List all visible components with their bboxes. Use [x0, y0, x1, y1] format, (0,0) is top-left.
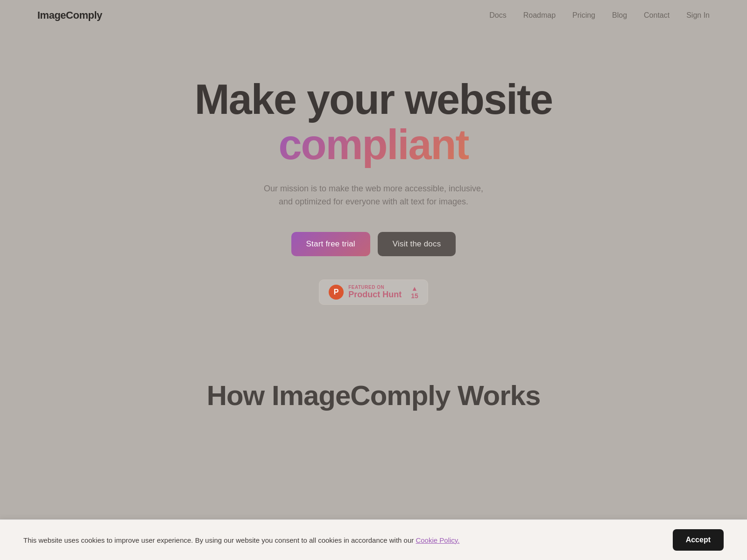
product-hunt-votes: ▲ 15	[411, 285, 418, 300]
upvote-arrow-icon: ▲	[411, 285, 418, 292]
visit-docs-button[interactable]: Visit the docs	[378, 232, 456, 256]
hero-title-accent: compliant	[278, 121, 468, 168]
blog-link[interactable]: Blog	[612, 11, 627, 20]
product-hunt-text: FEATURED ON Product Hunt	[348, 285, 402, 300]
product-hunt-name: Product Hunt	[348, 290, 402, 300]
navbar: ImageComply Docs Roadmap Pricing Blog Co…	[0, 0, 747, 31]
hero-section: Make your website compliant Our mission …	[0, 31, 747, 342]
product-hunt-badge[interactable]: P FEATURED ON Product Hunt ▲ 15	[319, 280, 428, 305]
how-section: How ImageComply Works	[0, 342, 747, 430]
pricing-link[interactable]: Pricing	[572, 11, 595, 20]
nav-links: Docs Roadmap Pricing Blog Contact Sign I…	[489, 11, 710, 20]
hero-buttons: Start free trial Visit the docs	[291, 232, 456, 256]
cookie-banner: This website uses cookies to improve use…	[0, 519, 747, 560]
roadmap-link[interactable]: Roadmap	[523, 11, 556, 20]
contact-link[interactable]: Contact	[644, 11, 669, 20]
hero-title: Make your website compliant	[195, 77, 552, 168]
start-free-trial-button[interactable]: Start free trial	[291, 232, 370, 256]
cookie-message: This website uses cookies to improve use…	[23, 536, 659, 544]
product-hunt-logo: P	[329, 285, 344, 300]
cookie-policy-link[interactable]: Cookie Policy.	[416, 536, 459, 544]
how-title: How ImageComply Works	[19, 379, 728, 412]
docs-link[interactable]: Docs	[489, 11, 506, 20]
signin-link[interactable]: Sign In	[686, 11, 710, 20]
product-hunt-featured-label: FEATURED ON	[348, 285, 384, 290]
product-hunt-vote-count: 15	[411, 292, 418, 300]
hero-subtitle: Our mission is to make the web more acce…	[257, 182, 490, 209]
site-logo: ImageComply	[37, 9, 102, 21]
hero-title-main: Make your website	[195, 76, 552, 123]
accept-cookies-button[interactable]: Accept	[673, 529, 724, 551]
